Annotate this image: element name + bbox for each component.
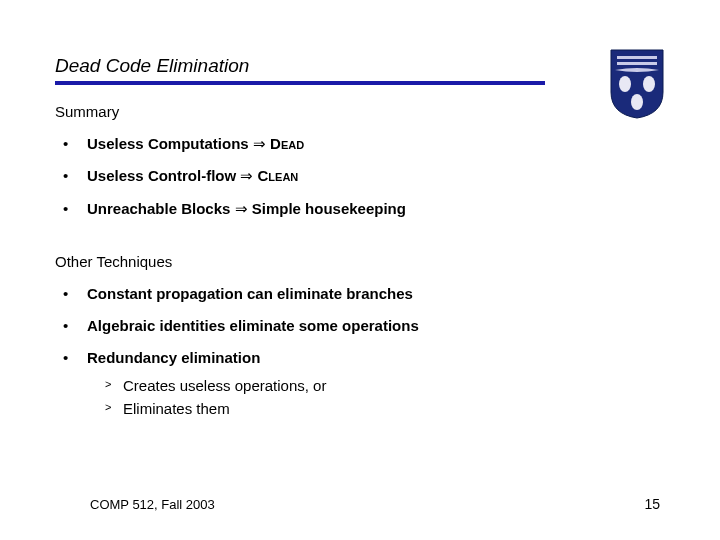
summary-heading: Summary — [55, 103, 665, 120]
bullet-lead: Unreachable Blocks — [87, 200, 235, 217]
other-item: Algebraic identities eliminate some oper… — [63, 316, 665, 336]
implies-icon: ⇒ — [253, 136, 266, 152]
crest-icon — [609, 48, 665, 120]
footer-course: COMP 512, Fall 2003 — [90, 497, 215, 512]
summary-item: Useless Computations ⇒ Dead — [63, 134, 665, 154]
page-number: 15 — [644, 496, 660, 512]
svg-rect-1 — [617, 62, 657, 65]
bullet-text: Redundancy elimination — [87, 349, 260, 366]
other-item: Redundancy elimination Creates useless o… — [63, 348, 665, 420]
bullet-lead: Useless Computations — [87, 135, 253, 152]
summary-item: Unreachable Blocks ⇒ Simple housekeeping — [63, 199, 665, 219]
svg-point-2 — [619, 76, 631, 92]
title-underline — [55, 81, 545, 85]
other-heading: Other Techniques — [55, 253, 665, 270]
svg-rect-0 — [617, 56, 657, 59]
bullet-lead: Useless Control-flow — [87, 167, 240, 184]
sub-list: Creates useless operations, or Eliminate… — [105, 375, 665, 421]
other-list: Constant propagation can eliminate branc… — [63, 284, 665, 420]
svg-point-3 — [643, 76, 655, 92]
sub-item: Eliminates them — [105, 398, 665, 420]
bullet-tail: Clean — [253, 167, 298, 184]
bullet-tail: Simple housekeeping — [248, 200, 406, 217]
bullet-tail: Dead — [266, 135, 304, 152]
implies-icon: ⇒ — [240, 168, 253, 184]
bullet-text: Algebraic identities eliminate some oper… — [87, 317, 419, 334]
summary-list: Useless Computations ⇒ Dead Useless Cont… — [63, 134, 665, 219]
implies-icon: ⇒ — [235, 201, 248, 217]
sub-item: Creates useless operations, or — [105, 375, 665, 397]
other-item: Constant propagation can eliminate branc… — [63, 284, 665, 304]
summary-item: Useless Control-flow ⇒ Clean — [63, 166, 665, 186]
svg-point-4 — [631, 94, 643, 110]
slide-title: Dead Code Elimination — [55, 55, 665, 77]
bullet-text: Constant propagation can eliminate branc… — [87, 285, 413, 302]
